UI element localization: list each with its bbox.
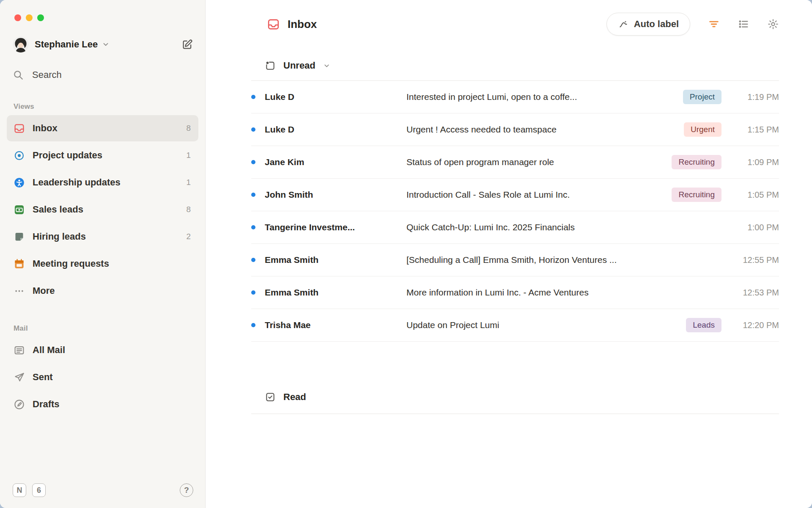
unread-dot <box>251 290 255 295</box>
email-subject: Quick Catch-Up: Lumi Inc. 2025 Financial… <box>406 222 732 232</box>
main-panel: Inbox Auto label <box>206 0 812 508</box>
email-sender: Tangerine Investme... <box>265 222 406 232</box>
email-row[interactable]: Luke DInterested in project Lumi, open t… <box>251 81 779 113</box>
close-button[interactable] <box>14 14 21 21</box>
mail-section-label: Mail <box>14 324 198 333</box>
hiring-leads-icon <box>14 231 25 243</box>
email-subject: Status of open program manager role <box>406 157 672 167</box>
email-subject: Urgent ! Access needed to teamspace <box>406 124 684 135</box>
read-divider <box>251 414 779 414</box>
sidebar-item-sales-leads[interactable]: Sales leads8 <box>7 196 198 223</box>
inbox-icon <box>14 123 25 134</box>
unread-dot <box>251 225 255 229</box>
sidebar-item-sent[interactable]: Sent <box>7 364 198 390</box>
meeting-requests-icon <box>14 258 25 270</box>
all-mail-icon <box>14 345 25 356</box>
email-row[interactable]: Luke DUrgent ! Access needed to teamspac… <box>251 113 779 146</box>
sidebar-item-project-updates[interactable]: Project updates1 <box>7 142 198 168</box>
sidebar-item-more[interactable]: More <box>7 278 198 304</box>
email-row[interactable]: John SmithIntroduction Call - Sales Role… <box>251 179 779 211</box>
compose-button[interactable] <box>181 39 193 50</box>
email-list: Luke DInterested in project Lumi, open t… <box>251 81 779 342</box>
settings-gear-icon[interactable] <box>767 18 779 30</box>
filter-icon[interactable] <box>708 18 720 30</box>
minimize-button[interactable] <box>26 14 33 21</box>
read-checkbox-icon <box>265 392 276 403</box>
email-subject: More information in Lumi Inc. - Acme Ven… <box>406 287 732 298</box>
window-controls <box>7 0 198 21</box>
email-time: 12:20 PM <box>732 320 779 330</box>
sidebar-item-count: 8 <box>186 205 191 214</box>
sidebar-item-meeting-requests[interactable]: Meeting requests <box>7 251 198 277</box>
views-section-label: Views <box>14 102 198 111</box>
search-button[interactable]: Search <box>13 69 197 80</box>
sidebar-footer: N 6 ? <box>7 483 198 508</box>
inbox-icon <box>267 18 280 31</box>
chevron-down-icon <box>102 41 110 48</box>
main-header: Inbox Auto label <box>206 0 812 36</box>
read-group-header[interactable]: Read <box>265 392 779 403</box>
email-sender: Trisha Mae <box>265 320 406 330</box>
email-row[interactable]: Emma SmithMore information in Lumi Inc. … <box>251 276 779 309</box>
email-row[interactable]: Jane KimStatus of open program manager r… <box>251 146 779 179</box>
page-title: Inbox <box>288 18 317 31</box>
email-row[interactable]: Emma Smith[Scheduling a Call] Emma Smith… <box>251 244 779 276</box>
sidebar-item-label: Sent <box>33 372 191 383</box>
zoom-button[interactable] <box>37 14 44 21</box>
email-sender: Jane Kim <box>265 157 406 167</box>
email-subject: Interested in project Lumi, open to a co… <box>406 92 683 102</box>
sidebar-item-all-mail[interactable]: All Mail <box>7 337 198 363</box>
auto-label-label: Auto label <box>634 19 679 30</box>
email-subject: [Scheduling a Call] Emma Smith, Horizon … <box>406 255 732 265</box>
sidebar-item-inbox[interactable]: Inbox8 <box>7 115 198 141</box>
chevron-down-icon <box>323 62 330 69</box>
search-icon <box>13 69 24 80</box>
list-view-icon[interactable] <box>738 18 749 30</box>
sidebar-mail-list: All MailSentDrafts <box>7 337 198 417</box>
unread-group-header[interactable]: Unread <box>265 60 779 71</box>
email-time: 12:55 PM <box>732 255 779 265</box>
notion-workspace-icon[interactable]: N <box>13 483 26 497</box>
project-updates-icon <box>14 150 25 161</box>
calendar-day-icon[interactable]: 6 <box>32 483 46 497</box>
email-tag-badge: Urgent <box>684 122 721 137</box>
sidebar-item-hiring-leads[interactable]: Hiring leads2 <box>7 224 198 250</box>
sidebar-item-label: All Mail <box>33 345 191 356</box>
sidebar: Stephanie Lee Search Views Inbox8Project… <box>0 0 206 508</box>
email-tag-badge: Recruiting <box>672 188 721 202</box>
email-sender: Luke D <box>265 124 406 135</box>
help-icon[interactable]: ? <box>180 483 193 497</box>
auto-label-button[interactable]: Auto label <box>606 13 690 36</box>
email-time: 1:15 PM <box>732 125 779 135</box>
sidebar-item-label: Inbox <box>33 123 186 134</box>
sidebar-item-label: Leadership updates <box>33 177 186 188</box>
unread-dot <box>251 258 255 262</box>
sidebar-item-label: Drafts <box>33 399 191 410</box>
sidebar-item-label: Sales leads <box>33 204 186 215</box>
sidebar-item-label: More <box>33 285 191 296</box>
mail-app-window: Stephanie Lee Search Views Inbox8Project… <box>0 0 812 508</box>
sidebar-item-leadership-updates[interactable]: Leadership updates1 <box>7 169 198 196</box>
sent-icon <box>14 372 25 383</box>
unread-dot <box>251 95 255 99</box>
sidebar-item-label: Hiring leads <box>33 231 186 242</box>
leadership-updates-icon <box>14 177 25 188</box>
email-row[interactable]: Tangerine Investme...Quick Catch-Up: Lum… <box>251 211 779 244</box>
user-switcher[interactable]: Stephanie Lee <box>13 36 197 52</box>
email-subject: Introduction Call - Sales Role at Lumi I… <box>406 190 672 200</box>
email-time: 1:05 PM <box>732 190 779 200</box>
email-tag-badge: Leads <box>686 318 721 332</box>
email-time: 1:00 PM <box>732 223 779 232</box>
sidebar-item-count: 1 <box>186 151 191 160</box>
unread-group-label: Unread <box>283 60 315 71</box>
unread-select-icon <box>265 60 276 71</box>
sidebar-item-drafts[interactable]: Drafts <box>7 391 198 417</box>
sidebar-item-label: Project updates <box>33 150 186 161</box>
sidebar-item-label: Meeting requests <box>33 258 191 269</box>
email-list-area: Unread Luke DInterested in project Lumi,… <box>206 36 812 414</box>
email-row[interactable]: Trisha MaeUpdate on Project LumiLeads12:… <box>251 309 779 342</box>
sidebar-item-count: 8 <box>186 124 191 133</box>
unread-dot <box>251 160 255 164</box>
email-time: 12:53 PM <box>732 288 779 298</box>
unread-dot <box>251 127 255 132</box>
